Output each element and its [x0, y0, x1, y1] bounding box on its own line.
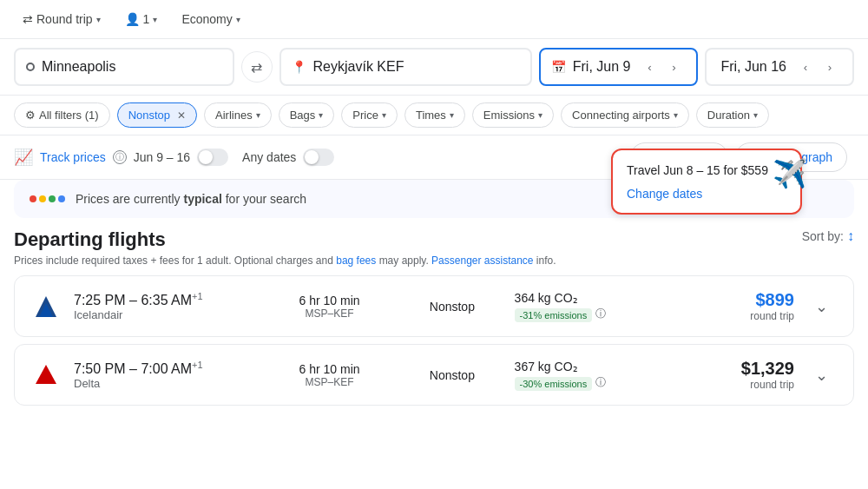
return-prev-button[interactable]: ‹: [793, 55, 818, 79]
any-dates-toggle[interactable]: [303, 149, 334, 166]
any-dates-label: Any dates: [242, 150, 296, 164]
return-next-button[interactable]: ›: [818, 55, 842, 79]
person-icon: 👤: [125, 12, 140, 26]
emissions-filter-button[interactable]: Emissions ▾: [472, 102, 554, 128]
dot-green: [49, 195, 56, 202]
passengers-selector[interactable]: 👤 1 ▾: [116, 7, 167, 31]
flight-card-1[interactable]: 7:25 PM – 6:35 AM+1 Icelandair 6 hr 10 m…: [14, 275, 854, 337]
plane-illustration: ✈️: [773, 157, 807, 190]
flight-card-2[interactable]: 7:50 PM – 7:00 AM+1 Delta 6 hr 10 min MS…: [14, 344, 854, 406]
price-filter-button[interactable]: Price ▾: [341, 102, 398, 128]
bags-filter-button[interactable]: Bags ▾: [279, 102, 335, 128]
flights-header: Departing flights Prices include require…: [14, 228, 556, 274]
track-prices-toggle[interactable]: [197, 149, 228, 166]
cabin-chevron: ▾: [236, 15, 240, 24]
svg-marker-2: [36, 365, 56, 384]
passengers-chevron: ▾: [153, 15, 157, 24]
depart-date-picker[interactable]: 📅 Fri, Jun 9 ‹ ›: [539, 48, 699, 86]
return-date-nav: ‹ ›: [793, 55, 842, 79]
flight-1-time-text: 7:25 PM – 6:35 AM+1: [74, 291, 255, 308]
flight-2-time-text: 7:50 PM – 7:00 AM+1: [74, 360, 255, 377]
travel-suggestion-popup: ✕ Travel Jun 8 – 15 for $559 Change date…: [611, 149, 802, 215]
popup-text: Travel Jun 8 – 15 for $559: [627, 162, 786, 180]
cabin-selector[interactable]: Economy ▾: [173, 7, 248, 31]
toggle-thumb: [199, 150, 213, 164]
flight-1-price-subtext: round trip: [674, 310, 794, 322]
flight-1-expand-button[interactable]: ⌄: [808, 293, 836, 320]
depart-prev-button[interactable]: ‹: [637, 55, 661, 79]
calendar-icon: 📅: [551, 60, 566, 74]
bags-chevron-icon: ▾: [319, 110, 323, 120]
flight-2-emissions-info-icon[interactable]: ⓘ: [595, 375, 606, 390]
flight-1-duration: 6 hr 10 min MSP–KEF: [269, 294, 390, 320]
icelandair-logo: [32, 293, 60, 320]
dot-blue: [58, 195, 65, 202]
flight-2-price-subtext: round trip: [674, 379, 794, 391]
duration-label: Duration: [707, 109, 750, 122]
return-date-text: Fri, Jun 16: [720, 59, 786, 75]
airlines-filter-button[interactable]: Airlines ▾: [204, 102, 272, 128]
any-dates-toggle-thumb: [305, 150, 319, 164]
flight-1-price-text: $899: [674, 290, 794, 310]
change-dates-link[interactable]: Change dates: [627, 187, 702, 201]
flight-1-type: Nonstop: [404, 300, 500, 314]
all-filters-button[interactable]: ⚙ All filters (1): [14, 102, 110, 128]
price-chevron-icon: ▾: [382, 110, 386, 120]
search-bar: ⇄ 📍 📅 Fri, Jun 9 ‹ › Fri, Jun 16 ‹ ›: [0, 39, 868, 96]
emissions-label: Emissions: [483, 109, 535, 122]
nonstop-close-icon[interactable]: ✕: [177, 109, 186, 122]
emissions-chevron-icon: ▾: [538, 110, 542, 120]
cabin-label: Economy: [181, 12, 232, 26]
passengers-label: 1: [143, 12, 150, 26]
track-prices-label: Track prices: [40, 150, 106, 164]
origin-input[interactable]: [42, 59, 222, 75]
sort-icon[interactable]: ↕: [847, 228, 854, 244]
price-banner-typical: typical: [183, 192, 221, 206]
track-prices-icon: 📈: [14, 148, 33, 167]
passenger-assistance-link[interactable]: Passenger assistance: [431, 254, 533, 267]
flight-2-expand-button[interactable]: ⌄: [808, 361, 836, 389]
return-date-picker[interactable]: Fri, Jun 16 ‹ ›: [705, 48, 854, 86]
flight-1-times: 7:25 PM – 6:35 AM+1 Icelandair: [74, 291, 255, 321]
connecting-airports-filter-button[interactable]: Connecting airports ▾: [561, 102, 689, 128]
nonstop-label: Nonstop: [128, 109, 170, 122]
destination-input[interactable]: [313, 59, 520, 75]
flight-2-price: $1,329 round trip: [674, 359, 794, 391]
connecting-airports-label: Connecting airports: [572, 109, 670, 122]
view-controls: 📊 Date grid 📈 Price graph ✕ Travel Jun 8…: [630, 142, 854, 172]
flight-2-airline: Delta: [74, 377, 255, 390]
flight-2-emissions-badge: -30% emissions: [515, 377, 593, 391]
destination-input-wrapper[interactable]: 📍: [279, 48, 532, 86]
depart-next-button[interactable]: ›: [661, 55, 686, 79]
top-bar: ⇄ Round trip ▾ 👤 1 ▾ Economy ▾: [0, 0, 868, 39]
price-indicator-dots: [30, 195, 65, 202]
price-label: Price: [352, 109, 378, 122]
connecting-airports-chevron-icon: ▾: [674, 110, 678, 120]
track-date-range: Jun 9 – 16: [134, 150, 190, 164]
duration-filter-button[interactable]: Duration ▾: [696, 102, 769, 128]
icelandair-logo-svg: [32, 293, 60, 320]
trip-type-selector[interactable]: ⇄ Round trip ▾: [14, 7, 109, 31]
flights-subtitle: Prices include required taxes + fees for…: [14, 254, 556, 267]
flight-2-price-text: $1,329: [674, 359, 794, 379]
track-prices-section: 📈 Track prices ⓘ Jun 9 – 16 Any dates: [14, 148, 334, 167]
origin-input-wrapper[interactable]: [14, 48, 234, 86]
flight-2-duration: 6 hr 10 min MSP–KEF: [269, 362, 390, 388]
flight-1-emissions-info-icon[interactable]: ⓘ: [595, 307, 606, 321]
filter-icon: ⚙: [25, 109, 36, 122]
swap-icon: ⇄: [23, 12, 33, 26]
dot-red: [30, 195, 36, 202]
times-filter-button[interactable]: Times ▾: [404, 102, 465, 128]
times-label: Times: [416, 109, 446, 122]
bag-fees-link[interactable]: bag fees: [336, 254, 376, 267]
airlines-label: Airlines: [215, 109, 253, 122]
nonstop-filter-button[interactable]: Nonstop ✕: [117, 102, 197, 128]
departing-flights-title: Departing flights: [14, 228, 556, 251]
trip-type-label: Round trip: [36, 12, 93, 26]
swap-airports-button[interactable]: ⇄: [241, 51, 273, 83]
trip-type-chevron: ▾: [96, 15, 101, 24]
dot-yellow: [39, 195, 46, 202]
track-prices-info-icon[interactable]: ⓘ: [113, 150, 127, 164]
any-dates-group: Any dates: [242, 149, 334, 166]
flight-2-type: Nonstop: [404, 368, 500, 382]
